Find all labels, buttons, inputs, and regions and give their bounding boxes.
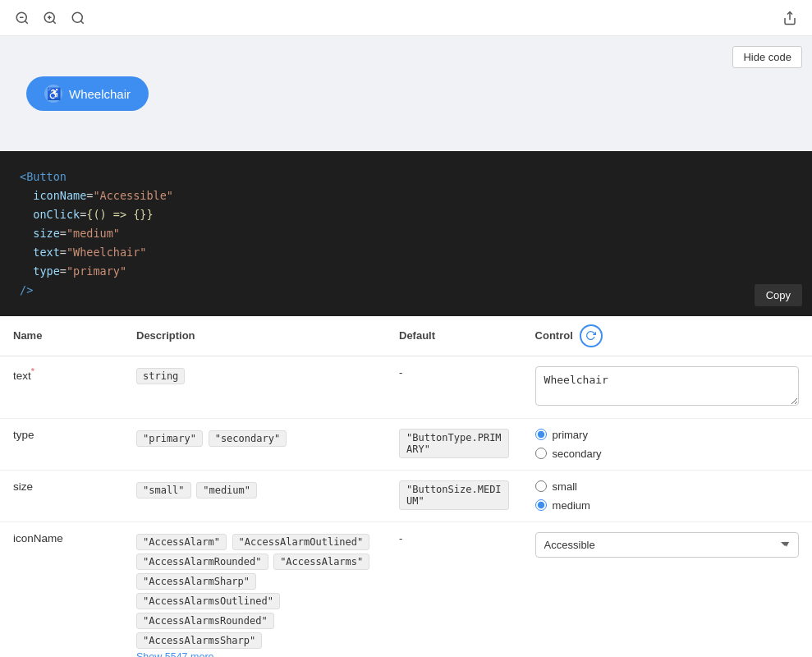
prop-default-text: - bbox=[386, 356, 522, 418]
iconname-select[interactable]: Accessible AccessAlarm AccessAlarmOutlin… bbox=[535, 532, 799, 558]
table-row: iconName "AccessAlarm" "AccessAlarmOutli… bbox=[0, 521, 812, 657]
desc-badge: "primary" bbox=[136, 430, 203, 447]
size-radio-group: small medium bbox=[535, 480, 799, 512]
type-radio-group: primary secondary bbox=[535, 429, 799, 460]
prop-control-iconname: Accessible AccessAlarm AccessAlarmOutlin… bbox=[522, 521, 812, 657]
desc-badge: string bbox=[136, 368, 185, 384]
prop-desc-text: string bbox=[123, 356, 386, 418]
radio-option-small[interactable]: small bbox=[535, 480, 799, 493]
code-val-text: "Wheelchair" bbox=[67, 246, 147, 259]
radio-primary-label: primary bbox=[553, 429, 588, 441]
radio-medium-label: medium bbox=[553, 499, 590, 512]
code-attr-iconname: iconName bbox=[33, 189, 86, 202]
iconname-select-wrapper: Accessible AccessAlarm AccessAlarmOutlin… bbox=[535, 532, 799, 558]
prop-default-size: "ButtonSize.MEDIUM" bbox=[386, 470, 522, 521]
desc-badge: "small" bbox=[136, 482, 191, 498]
radio-option-medium[interactable]: medium bbox=[535, 499, 799, 512]
svg-point-7 bbox=[72, 12, 82, 22]
radio-option-secondary[interactable]: secondary bbox=[535, 448, 799, 460]
wheelchair-button-label: Wheelchair bbox=[69, 87, 131, 101]
show-more-link[interactable]: Show 5547 more... bbox=[136, 651, 222, 657]
prop-desc-type: "primary" "secondary" bbox=[123, 418, 386, 470]
code-tag-open: <Button bbox=[20, 170, 67, 183]
prop-default-type: "ButtonType.PRIMARY" bbox=[386, 418, 522, 470]
table-row: size "small" "medium" "ButtonSize.MEDIUM… bbox=[0, 470, 812, 521]
table-body: text* string - Wheelchair type "primary"… bbox=[0, 356, 812, 657]
zoom-out-icon[interactable] bbox=[13, 9, 31, 27]
code-content: <Button iconName="Accessible" onClick={(… bbox=[20, 168, 792, 300]
radio-small[interactable] bbox=[535, 480, 547, 492]
hide-code-button[interactable]: Hide code bbox=[732, 46, 802, 68]
desc-badge: "AccessAlarmRounded" bbox=[136, 554, 268, 570]
wheelchair-preview-button[interactable]: ♿ Wheelchair bbox=[26, 76, 149, 111]
code-val-type: "primary" bbox=[67, 264, 126, 278]
desc-badge: "AccessAlarm" bbox=[136, 534, 227, 550]
col-default: Default bbox=[386, 316, 522, 356]
code-attr-text: text bbox=[33, 246, 60, 259]
props-section: Name Description Default Control bbox=[0, 316, 812, 657]
top-toolbar bbox=[0, 0, 812, 36]
code-attr-onclick: onClick bbox=[33, 208, 80, 221]
toolbar-left bbox=[13, 9, 87, 27]
col-name: Name bbox=[0, 316, 123, 356]
code-attr-type: type bbox=[33, 264, 60, 278]
code-val-onclick: {() => {}} bbox=[86, 208, 153, 221]
desc-badge: "secondary" bbox=[209, 430, 287, 447]
svg-line-4 bbox=[53, 21, 55, 23]
table-row: type "primary" "secondary" "ButtonType.P… bbox=[0, 418, 812, 470]
prop-name-type: type bbox=[0, 418, 123, 470]
desc-badge: "AccessAlarmSharp" bbox=[136, 573, 256, 590]
svg-line-8 bbox=[80, 21, 83, 23]
copy-button[interactable]: Copy bbox=[755, 284, 802, 306]
prop-desc-iconname: "AccessAlarm" "AccessAlarmOutlined" "Acc… bbox=[123, 521, 386, 657]
default-badge: "ButtonSize.MEDIUM" bbox=[399, 480, 509, 510]
radio-small-label: small bbox=[553, 480, 577, 493]
prop-control-size: small medium bbox=[522, 470, 812, 521]
col-description: Description bbox=[123, 316, 386, 356]
desc-badge: "AccessAlarmsSharp" bbox=[136, 632, 262, 649]
code-attr-size: size bbox=[33, 227, 60, 240]
prop-desc-size: "small" "medium" bbox=[123, 470, 386, 521]
table-row: text* string - Wheelchair bbox=[0, 356, 812, 418]
radio-medium[interactable] bbox=[535, 499, 547, 511]
svg-line-1 bbox=[25, 21, 27, 23]
zoom-reset-icon[interactable] bbox=[69, 9, 87, 27]
preview-area: ♿ Wheelchair Hide code bbox=[0, 36, 812, 151]
table-header: Name Description Default Control bbox=[0, 316, 812, 356]
col-control: Control bbox=[522, 316, 812, 356]
prop-control-type: primary secondary bbox=[522, 418, 812, 470]
code-block: <Button iconName="Accessible" onClick={(… bbox=[0, 151, 812, 316]
desc-badge: "medium" bbox=[196, 482, 257, 498]
desc-badge: "AccessAlarms" bbox=[273, 554, 369, 570]
desc-badge: "AccessAlarmOutlined" bbox=[232, 534, 370, 550]
code-self-close: /> bbox=[20, 283, 33, 296]
code-val-iconname: "Accessible" bbox=[93, 189, 173, 202]
desc-badge: "AccessAlarmsOutlined" bbox=[136, 593, 280, 609]
prop-name-size: size bbox=[0, 470, 123, 521]
refresh-button[interactable] bbox=[580, 324, 603, 347]
zoom-in-icon[interactable] bbox=[41, 9, 59, 27]
wheelchair-icon: ♿ bbox=[44, 85, 62, 103]
code-val-size: "medium" bbox=[67, 227, 120, 240]
radio-secondary-label: secondary bbox=[553, 448, 602, 460]
prop-name-text: text* bbox=[0, 356, 123, 418]
prop-control-text: Wheelchair bbox=[522, 356, 812, 418]
radio-option-primary[interactable]: primary bbox=[535, 429, 799, 441]
prop-name-iconname: iconName bbox=[0, 521, 123, 657]
desc-badge: "AccessAlarmsRounded" bbox=[136, 613, 274, 629]
default-badge: "ButtonType.PRIMARY" bbox=[399, 429, 509, 458]
radio-primary[interactable] bbox=[535, 429, 547, 440]
radio-secondary[interactable] bbox=[535, 448, 547, 459]
share-icon[interactable] bbox=[781, 9, 799, 27]
prop-default-iconname: - bbox=[386, 521, 522, 657]
props-table: Name Description Default Control bbox=[0, 316, 812, 657]
text-input[interactable]: Wheelchair bbox=[535, 366, 799, 406]
